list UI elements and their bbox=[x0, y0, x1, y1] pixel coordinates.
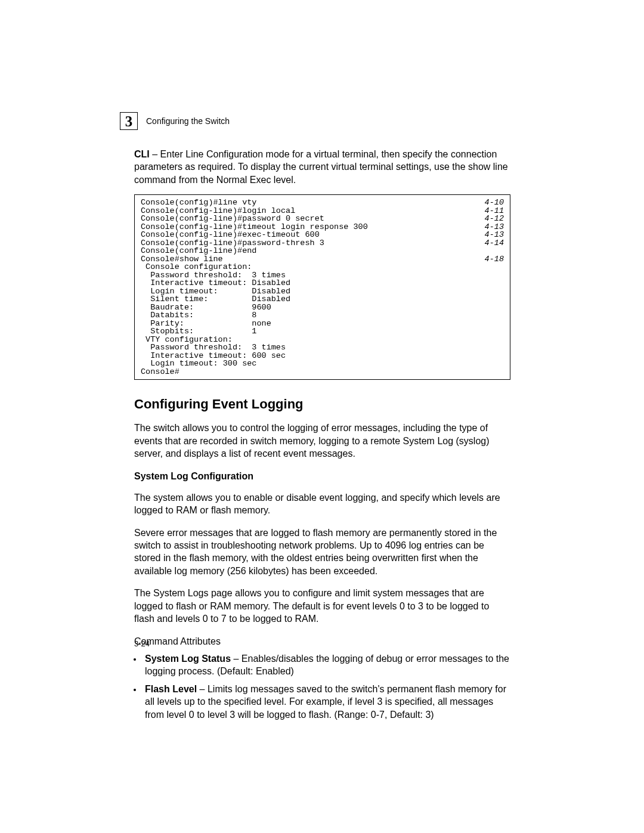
attribute-list: System Log Status – Enables/disables the… bbox=[134, 652, 510, 721]
code-text: Console(config)#line vty bbox=[141, 199, 470, 207]
code-line: Stopbits: 1 bbox=[141, 327, 504, 336]
code-line: Parity: none bbox=[141, 320, 504, 328]
code-line: Console# bbox=[141, 368, 504, 376]
cli-output-block: Console(config)#line vty4-10Console(conf… bbox=[134, 194, 510, 380]
cli-command-name: show line bbox=[468, 162, 508, 172]
section-intro-paragraph: The switch allows you to control the log… bbox=[134, 422, 510, 460]
code-line: Baudrate: 9600 bbox=[141, 304, 504, 312]
code-text: Login timeout: 300 sec bbox=[141, 360, 504, 368]
chapter-header: 3 Configuring the Switch bbox=[120, 112, 510, 130]
code-text: Baudrate: 9600 bbox=[141, 304, 504, 312]
code-text: Databits: 8 bbox=[141, 311, 504, 320]
code-text: Parity: none bbox=[141, 320, 504, 328]
code-text: Console(config-line)#password-thresh 3 bbox=[141, 239, 470, 247]
code-line: Console configuration: bbox=[141, 263, 504, 271]
code-text: Console(config-line)#timeout login respo… bbox=[141, 223, 470, 231]
code-text: Login timeout: Disabled bbox=[141, 287, 504, 296]
attr-name-flash-level: Flash Level bbox=[145, 684, 197, 694]
code-page-ref: 4-10 bbox=[470, 199, 504, 207]
code-line: Console#show line4-18 bbox=[141, 255, 504, 264]
syslog-paragraph-2: Severe error messages that are logged to… bbox=[134, 527, 510, 578]
code-line: Interactive timeout: Disabled bbox=[141, 279, 504, 287]
cli-intro-text-1: – Enter Line Configuration mode for a vi… bbox=[134, 149, 497, 172]
code-line: Interactive timeout: 600 sec bbox=[141, 352, 504, 360]
code-text: Interactive timeout: Disabled bbox=[141, 279, 504, 287]
code-text: Console(config-line)#password 0 secret bbox=[141, 215, 470, 223]
code-page-ref: 4-12 bbox=[470, 215, 504, 223]
code-text: Silent time: Disabled bbox=[141, 295, 504, 304]
command-attributes-label: Command Attributes bbox=[134, 635, 510, 648]
syslog-paragraph-3: The System Logs page allows you to confi… bbox=[134, 587, 510, 625]
list-item: Flash Level – Limits log messages saved … bbox=[143, 683, 510, 721]
chapter-number-box: 3 bbox=[120, 112, 138, 130]
code-page-ref: 4-14 bbox=[470, 239, 504, 247]
code-text: Console(config-line)#login local bbox=[141, 207, 470, 215]
code-text: VTY configuration: bbox=[141, 336, 504, 344]
code-page-ref: 4-18 bbox=[470, 255, 504, 264]
code-line: Console(config-line)#password 0 secret4-… bbox=[141, 215, 504, 223]
code-text: Console# bbox=[141, 368, 504, 376]
list-item: System Log Status – Enables/disables the… bbox=[143, 652, 510, 678]
code-text: Stopbits: 1 bbox=[141, 327, 504, 336]
page-number: 3-24 bbox=[134, 639, 150, 648]
code-text: Console(config-line)#exec-timeout 600 bbox=[141, 231, 470, 239]
code-text: Interactive timeout: 600 sec bbox=[141, 352, 504, 360]
code-page-ref: 4-11 bbox=[470, 207, 504, 215]
cli-intro-paragraph: CLI – Enter Line Configuration mode for … bbox=[134, 148, 510, 186]
code-line: Login timeout: 300 sec bbox=[141, 360, 504, 368]
code-line: Console(config-line)#login local4-11 bbox=[141, 207, 504, 215]
code-line: Silent time: Disabled bbox=[141, 295, 504, 304]
attr-name-system-log-status: System Log Status bbox=[145, 654, 231, 664]
chapter-number: 3 bbox=[125, 114, 133, 129]
code-line: Password threshold: 3 times bbox=[141, 343, 504, 352]
code-line: Password threshold: 3 times bbox=[141, 271, 504, 280]
code-text: Password threshold: 3 times bbox=[141, 343, 504, 352]
cli-intro-text-2: command from the Normal Exec level. bbox=[134, 175, 296, 185]
chapter-title: Configuring the Switch bbox=[146, 116, 230, 126]
document-page: 3 Configuring the Switch CLI – Enter Lin… bbox=[0, 0, 644, 833]
code-text: Console configuration: bbox=[141, 263, 504, 271]
attr-desc: – Limits log messages saved to the switc… bbox=[145, 684, 506, 720]
syslog-paragraph-1: The system allows you to enable or disab… bbox=[134, 491, 510, 517]
code-line: Console(config-line)#exec-timeout 6004-1… bbox=[141, 231, 504, 239]
section-heading: Configuring Event Logging bbox=[134, 397, 510, 412]
code-line: Console(config-line)#timeout login respo… bbox=[141, 223, 504, 231]
code-page-ref: 4-13 bbox=[470, 223, 504, 231]
code-line: Login timeout: Disabled bbox=[141, 287, 504, 296]
code-line: Console(config-line)#password-thresh 34-… bbox=[141, 239, 504, 247]
code-line: Console(config-line)#end bbox=[141, 247, 504, 255]
code-line: Console(config)#line vty4-10 bbox=[141, 199, 504, 207]
code-text: Console#show line bbox=[141, 255, 470, 264]
code-line: Databits: 8 bbox=[141, 311, 504, 320]
code-page-ref: 4-13 bbox=[470, 231, 504, 239]
cli-prefix: CLI bbox=[134, 149, 150, 159]
code-line: VTY configuration: bbox=[141, 336, 504, 344]
subsection-heading: System Log Configuration bbox=[134, 471, 510, 482]
code-text: Password threshold: 3 times bbox=[141, 271, 504, 280]
code-text: Console(config-line)#end bbox=[141, 247, 504, 255]
